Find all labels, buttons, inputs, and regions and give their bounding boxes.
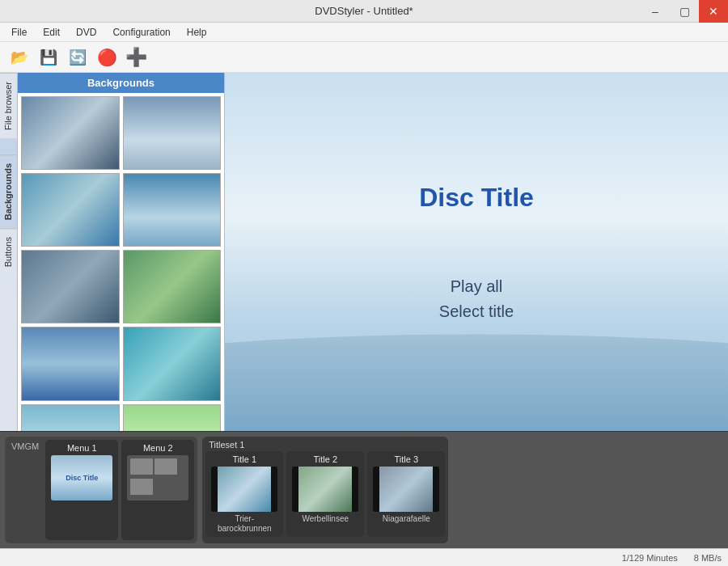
burn-button[interactable]: 🔴 [94, 44, 120, 70]
menu1-image: Disc Title [51, 455, 112, 501]
menu2-mini-3 [130, 479, 153, 495]
open-button[interactable]: 📂 [6, 44, 32, 70]
sidebar-tab-buttons[interactable]: Buttons [0, 228, 17, 275]
vmgm-menus: Menu 1 Disc Title Menu 2 [45, 440, 194, 540]
background-thumb-7[interactable] [21, 327, 120, 400]
menu-dvd[interactable]: DVD [68, 25, 104, 40]
status-size: 8 MB/s [694, 553, 722, 563]
sidebar-tabs: File browser Backgrounds Buttons [0, 73, 18, 431]
preview-area: Disc Title Play all Select title [225, 73, 728, 431]
titleset-items: Title 1 Trier-barockbrunnen Title 2 Werb… [205, 451, 445, 537]
menu-help[interactable]: Help [179, 25, 215, 40]
panel-header: Backgrounds [18, 73, 224, 93]
titleset-label: Titleset 1 [205, 440, 445, 450]
title1-label: Title 1 [232, 454, 256, 464]
status-duration: 1/129 Minutes [622, 553, 678, 563]
background-thumb-10[interactable] [123, 404, 222, 432]
menu-edit[interactable]: Edit [35, 25, 68, 40]
add-button[interactable]: ➕ [123, 44, 149, 70]
preview-menu-items: Play all Select title [439, 277, 514, 321]
preview-disc-title[interactable]: Disc Title [419, 183, 534, 213]
background-thumb-2[interactable] [123, 96, 222, 170]
menubar: File Edit DVD Configuration Help [0, 23, 728, 42]
background-thumb-6[interactable] [123, 250, 222, 323]
preview-play-all[interactable]: Play all [451, 277, 502, 296]
window-title: DVDStyler - Untitled* [315, 5, 413, 17]
background-thumb-9[interactable] [21, 404, 120, 432]
menu2-label: Menu 2 [143, 443, 173, 453]
title2-name: Werbellinsee [302, 514, 349, 524]
bottom-strip: VMGM Menu 1 Disc Title Menu 2 [0, 431, 728, 548]
sidebar-tab-backgrounds-indicator [0, 138, 17, 154]
sidebar-tab-backgrounds[interactable]: Backgrounds [0, 154, 17, 228]
sidebar-tab-file-browser[interactable]: File browser [0, 73, 17, 138]
title3-filmstrip [373, 467, 439, 512]
titlebar-controls: – ▢ ✕ [641, 0, 728, 23]
title2-film-inner [298, 467, 352, 512]
title2-thumb[interactable]: Title 2 Werbellinsee [286, 451, 364, 537]
menu-configuration[interactable]: Configuration [104, 25, 178, 40]
menu2-image [127, 455, 188, 501]
background-thumb-3[interactable] [21, 173, 120, 247]
vmgm-label: VMGM [8, 440, 42, 453]
title3-thumb[interactable]: Title 3 Niagarafaelle [367, 451, 445, 537]
thumbnail-grid [21, 96, 221, 431]
menu1-thumb[interactable]: Menu 1 Disc Title [45, 440, 118, 540]
menu2-thumb[interactable]: Menu 2 [121, 440, 194, 540]
menu1-background: Disc Title [51, 455, 112, 501]
menu-file[interactable]: File [3, 25, 35, 40]
title1-name: Trier-barockbrunnen [218, 514, 272, 534]
title2-image [292, 467, 358, 512]
save-button[interactable]: 💾 [36, 44, 61, 70]
title3-film-inner [379, 467, 433, 512]
main-area: File browser Backgrounds Buttons Backgro… [0, 73, 728, 431]
title3-image [373, 467, 439, 512]
title2-filmstrip [292, 467, 358, 512]
titleset-section: Titleset 1 Title 1 Trier-barockbrunnen T… [202, 437, 448, 543]
statusbar: 1/129 Minutes 8 MB/s [0, 548, 728, 566]
minimize-button[interactable]: – [641, 0, 670, 23]
titlebar: DVDStyler - Untitled* – ▢ ✕ [0, 0, 728, 23]
title3-name: Niagarafaelle [383, 514, 430, 524]
background-thumb-4[interactable] [123, 173, 222, 247]
refresh-button[interactable]: 🔄 [65, 44, 91, 70]
backgrounds-panel: Backgrounds [18, 73, 225, 431]
vmgm-section: VMGM Menu 1 Disc Title Menu 2 [5, 437, 197, 543]
maximize-button[interactable]: ▢ [670, 0, 699, 23]
background-thumb-5[interactable] [21, 250, 120, 323]
toolbar: 📂 💾 🔄 🔴 ➕ [0, 42, 728, 73]
title3-label: Title 3 [394, 454, 418, 464]
close-button[interactable]: ✕ [699, 0, 728, 23]
title1-film-inner [218, 467, 271, 512]
title1-filmstrip [211, 467, 277, 512]
menu2-mini-2 [154, 458, 177, 475]
preview-select-title[interactable]: Select title [439, 302, 514, 321]
panel-content[interactable] [18, 93, 224, 431]
menu1-text: Disc Title [66, 474, 98, 482]
menu1-label: Menu 1 [67, 443, 97, 453]
background-thumb-8[interactable] [123, 327, 222, 400]
menu2-background [127, 455, 188, 501]
menu2-mini-1 [130, 458, 153, 475]
title1-thumb[interactable]: Title 1 Trier-barockbrunnen [205, 451, 283, 537]
title2-label: Title 2 [313, 454, 337, 464]
background-thumb-1[interactable] [21, 96, 120, 170]
title1-image [211, 467, 277, 512]
